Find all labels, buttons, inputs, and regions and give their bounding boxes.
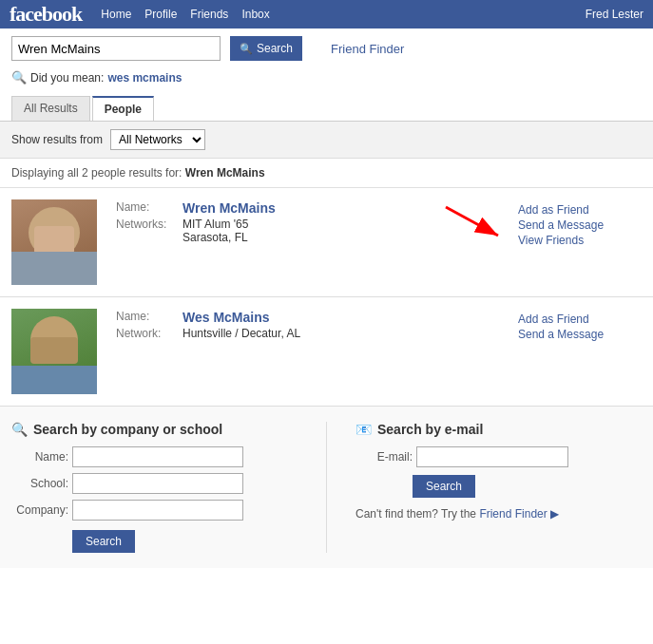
company-row: Company: [11, 500, 298, 521]
company-label: Company: [11, 503, 68, 517]
main-search-input[interactable] [11, 36, 221, 61]
filter-row: Show results from All Networks My Networ… [0, 122, 653, 159]
add-friend-2[interactable]: Add as Friend [518, 313, 642, 326]
company-search-button[interactable]: Search [72, 530, 135, 553]
displaying-query: Wren McMains [185, 166, 265, 180]
result-actions-2: Add as Friend Send a Message [518, 309, 642, 341]
nav-inbox[interactable]: Inbox [241, 8, 269, 21]
add-friend-1[interactable]: Add as Friend [518, 203, 642, 217]
did-you-mean: 🔍 Did you mean: wes mcmains [0, 68, 653, 92]
did-you-mean-text: Did you mean: [30, 71, 104, 85]
filter-label: Show results from [11, 133, 103, 146]
displaying-prefix: Displaying all 2 people results for: [11, 166, 182, 180]
result-name-1[interactable]: Wren McMains [182, 200, 276, 216]
email-section-title: 📧 Search by e-mail [355, 422, 642, 437]
bottom-sections: 🔍 Search by company or school Name: Scho… [0, 407, 653, 568]
tabs: All Results People [0, 92, 653, 122]
result-info-2: Name: Wes McMains Network: Huntsville / … [112, 309, 518, 341]
email-icon: 📧 [355, 422, 372, 437]
company-icon: 🔍 [11, 422, 28, 437]
did-you-mean-link[interactable]: wes mcmains [107, 71, 182, 85]
nav-friends[interactable]: Friends [190, 8, 228, 21]
send-message-1[interactable]: Send a Message [518, 218, 642, 232]
friend-finder-bottom-link[interactable]: Friend Finder ▶ [479, 507, 559, 521]
vertical-divider [326, 422, 327, 553]
email-row: E-mail: [355, 446, 642, 467]
avatar-1 [11, 199, 97, 285]
avatar-2 [11, 309, 97, 394]
nav-profile[interactable]: Profile [144, 8, 177, 21]
friend-finder-link[interactable]: Friend Finder [331, 42, 404, 56]
company-input[interactable] [72, 500, 243, 521]
email-section: 📧 Search by e-mail E-mail: Search Can't … [355, 422, 642, 553]
nav-home[interactable]: Home [101, 8, 131, 21]
networks-label-1: Networks: [112, 217, 179, 245]
email-input[interactable] [416, 446, 568, 467]
svg-line-1 [446, 207, 498, 236]
name-label-2: Name: [112, 309, 179, 326]
view-friends-1[interactable]: View Friends [518, 234, 642, 247]
question-icon: 🔍 [11, 70, 27, 85]
network-label-2: Network: [112, 326, 179, 341]
name-label-1: Name: [112, 199, 179, 217]
email-search-button[interactable]: Search [413, 475, 475, 498]
result-card-1: Name: Wren McMains Networks: MIT Alum '6… [0, 188, 653, 297]
tab-all-results[interactable]: All Results [11, 96, 90, 121]
logo[interactable]: facebook [10, 2, 82, 27]
cant-find-text: Can't find them? Try the Friend Finder ▶ [355, 507, 642, 521]
header-user: Fred Lester [586, 8, 643, 21]
name-input[interactable] [72, 446, 243, 467]
network-select[interactable]: All Networks My Networks Everyone [110, 129, 205, 150]
result-card-2: Name: Wes McMains Network: Huntsville / … [0, 297, 653, 407]
header: facebook Home Profile Friends Inbox Fred… [0, 0, 653, 28]
school-input[interactable] [72, 473, 243, 494]
search-icon: 🔍 [240, 43, 253, 55]
result-network-2: Huntsville / Decatur, AL [179, 326, 304, 341]
tab-people[interactable]: People [92, 96, 154, 121]
company-school-section: 🔍 Search by company or school Name: Scho… [11, 422, 298, 553]
send-message-2[interactable]: Send a Message [518, 328, 642, 341]
result-name-2[interactable]: Wes McMains [182, 310, 270, 325]
red-arrow [436, 198, 512, 245]
school-row: School: [11, 473, 298, 494]
search-bar-area: 🔍 Search Friend Finder [0, 28, 653, 68]
name-row: Name: [11, 446, 298, 467]
school-label: School: [11, 477, 68, 490]
email-label: E-mail: [355, 450, 413, 464]
main-search-button[interactable]: 🔍 Search [230, 36, 302, 61]
result-actions-1: Add as Friend Send a Message View Friend… [518, 199, 642, 247]
result-networks-1: MIT Alum '65Sarasota, FL [179, 217, 279, 245]
name-label: Name: [11, 450, 68, 464]
displaying-text: Displaying all 2 people results for: Wre… [0, 159, 653, 188]
company-school-title: 🔍 Search by company or school [11, 422, 298, 437]
